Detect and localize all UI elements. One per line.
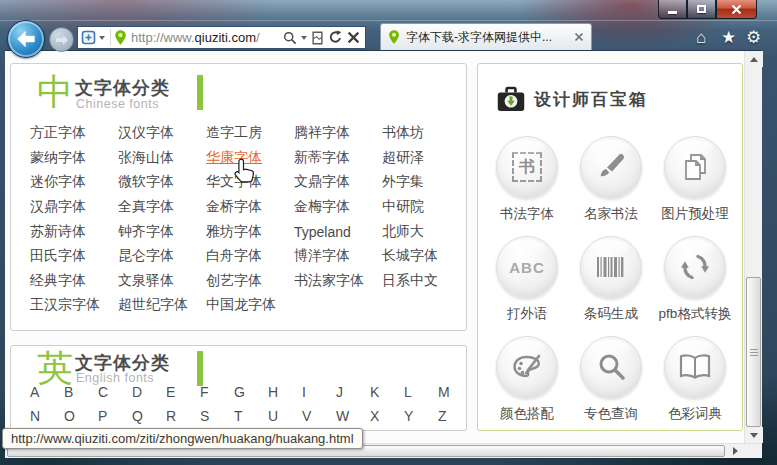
font-category-link[interactable]: 汉鼎字体 bbox=[30, 198, 118, 216]
font-category-link[interactable]: 汉仪字体 bbox=[118, 124, 206, 142]
url-text[interactable]: http://www.qiuziti.com/ bbox=[131, 30, 281, 45]
font-category-link[interactable]: 雅坊字体 bbox=[206, 223, 294, 241]
font-category-link[interactable]: Typeland bbox=[294, 224, 382, 240]
chinese-section-glyph: 中 bbox=[37, 72, 73, 112]
letter-link[interactable]: W bbox=[336, 408, 370, 424]
font-category-link[interactable]: 中研院 bbox=[382, 198, 470, 216]
letter-link[interactable]: J bbox=[336, 384, 370, 400]
letter-link[interactable]: R bbox=[166, 408, 200, 424]
toolbox-item-foreign-text[interactable]: ABC 打外语 bbox=[496, 236, 558, 323]
letter-link[interactable]: K bbox=[370, 384, 404, 400]
font-category-link[interactable]: 迷你字体 bbox=[30, 173, 118, 191]
vertical-scrollbar-thumb[interactable] bbox=[746, 277, 761, 427]
font-category-link[interactable]: 超世纪字体 bbox=[118, 296, 206, 314]
arrow-down-icon bbox=[750, 433, 758, 438]
font-category-link[interactable]: 新蒂字体 bbox=[294, 149, 382, 167]
font-category-link[interactable]: 金梅字体 bbox=[294, 198, 382, 216]
minimize-button[interactable] bbox=[658, 0, 687, 19]
tools-button[interactable]: ⚙ bbox=[746, 28, 761, 47]
letter-link[interactable]: T bbox=[234, 408, 268, 424]
font-category-link[interactable]: 腾祥字体 bbox=[294, 124, 382, 142]
letter-link[interactable]: E bbox=[166, 384, 200, 400]
font-category-link[interactable]: 方正字体 bbox=[30, 124, 118, 142]
letter-link[interactable]: O bbox=[64, 408, 98, 424]
toolbox-item-color-matching[interactable]: 颜色搭配 bbox=[496, 336, 558, 423]
font-category-link[interactable]: 外字集 bbox=[382, 173, 470, 191]
toolbox-item-pfb-converter[interactable]: pfb格式转换 bbox=[659, 236, 732, 323]
letter-link[interactable]: U bbox=[268, 408, 302, 424]
search-icon[interactable] bbox=[283, 31, 297, 45]
scroll-right-button[interactable] bbox=[727, 444, 743, 458]
chinese-font-links: 方正字体 汉仪字体 造字工房 腾祥字体 书体坊 蒙纳字体 张海山体 华康字体 新… bbox=[30, 121, 470, 318]
letter-link[interactable]: Y bbox=[404, 408, 438, 424]
font-category-link[interactable]: 昆仑字体 bbox=[118, 247, 206, 265]
font-category-link[interactable]: 田氏字体 bbox=[30, 247, 118, 265]
toolbox-item-label: 书法字体 bbox=[500, 205, 554, 223]
letter-link[interactable]: V bbox=[302, 408, 336, 424]
toolbox-item-barcode-generator[interactable]: 条码生成 bbox=[580, 236, 642, 323]
address-bar[interactable]: http://www.qiuziti.com/ bbox=[77, 26, 366, 49]
font-category-link[interactable]: 苏新诗体 bbox=[30, 223, 118, 241]
tab-close-button[interactable] bbox=[574, 32, 584, 42]
font-category-link[interactable]: 微软字体 bbox=[118, 173, 206, 191]
letter-link[interactable]: X bbox=[370, 408, 404, 424]
font-category-link[interactable]: 长城字体 bbox=[382, 247, 470, 265]
letter-link[interactable]: H bbox=[268, 384, 302, 400]
close-button[interactable] bbox=[716, 0, 757, 19]
font-category-link[interactable]: 钟齐字体 bbox=[118, 223, 206, 241]
search-dropdown-caret-icon[interactable] bbox=[301, 36, 307, 40]
home-button[interactable]: ⌂ bbox=[696, 28, 706, 47]
letter-link[interactable]: Q bbox=[132, 408, 166, 424]
letter-link[interactable]: B bbox=[64, 384, 98, 400]
scroll-down-button[interactable] bbox=[745, 427, 763, 443]
back-button[interactable] bbox=[7, 20, 45, 58]
letter-link[interactable]: D bbox=[132, 384, 166, 400]
letter-link[interactable]: C bbox=[98, 384, 132, 400]
font-category-link[interactable]: 中国龙字体 bbox=[206, 296, 294, 314]
maximize-button[interactable] bbox=[687, 0, 716, 19]
font-category-link[interactable]: 书法家字体 bbox=[294, 272, 382, 290]
font-category-link[interactable]: 北师大 bbox=[382, 223, 470, 241]
letter-link[interactable]: Z bbox=[438, 408, 472, 424]
font-category-link[interactable]: 经典字体 bbox=[30, 272, 118, 290]
add-favorite-plus-icon[interactable] bbox=[81, 30, 97, 46]
font-category-link[interactable]: 王汉宗字体 bbox=[30, 296, 118, 314]
font-category-link[interactable]: 蒙纳字体 bbox=[30, 149, 118, 167]
stop-button[interactable] bbox=[347, 31, 360, 44]
toolbox-item-master-calligraphy[interactable]: 名家书法 bbox=[580, 136, 642, 223]
font-category-link[interactable]: 博洋字体 bbox=[294, 247, 382, 265]
refresh-button[interactable] bbox=[328, 30, 343, 45]
toolbox-item-image-preprocess[interactable]: 图片预处理 bbox=[661, 136, 729, 223]
favorites-button[interactable]: ★ bbox=[721, 28, 736, 47]
letter-link[interactable]: S bbox=[200, 408, 234, 424]
font-category-link[interactable]: 创艺字体 bbox=[206, 272, 294, 290]
letter-link[interactable]: L bbox=[404, 384, 438, 400]
letter-link[interactable]: M bbox=[438, 384, 472, 400]
font-category-link[interactable]: 文鼎字体 bbox=[294, 173, 382, 191]
scroll-up-button[interactable] bbox=[745, 51, 763, 67]
font-category-link[interactable]: 张海山体 bbox=[118, 149, 206, 167]
font-category-link[interactable]: 日系中文 bbox=[382, 272, 470, 290]
letter-link[interactable]: G bbox=[234, 384, 268, 400]
letter-link[interactable]: P bbox=[98, 408, 132, 424]
toolbox-item-calligraphy-fonts[interactable]: 书 书法字体 bbox=[496, 136, 558, 223]
vertical-scrollbar[interactable] bbox=[744, 51, 762, 443]
forward-button[interactable] bbox=[49, 27, 74, 52]
font-category-link[interactable]: 全真字体 bbox=[118, 198, 206, 216]
compatibility-view-icon[interactable] bbox=[311, 31, 324, 45]
letter-link[interactable]: I bbox=[302, 384, 336, 400]
letter-link[interactable]: A bbox=[30, 384, 64, 400]
toolbox-item-spot-color-lookup[interactable]: 专色查询 bbox=[580, 336, 642, 423]
font-category-link[interactable]: 文泉驿体 bbox=[118, 272, 206, 290]
browser-tab[interactable]: 字体下载-求字体网提供中... bbox=[380, 23, 592, 50]
font-category-link[interactable]: 白舟字体 bbox=[206, 247, 294, 265]
add-favorite-caret-icon[interactable] bbox=[99, 36, 105, 40]
letter-link[interactable]: F bbox=[200, 384, 234, 400]
toolbox-item-color-dictionary[interactable]: 色彩词典 bbox=[664, 336, 726, 423]
font-category-link[interactable]: 书体坊 bbox=[382, 124, 470, 142]
letter-link[interactable]: N bbox=[30, 408, 64, 424]
font-category-link[interactable]: 造字工房 bbox=[206, 124, 294, 142]
brush-icon bbox=[580, 136, 642, 198]
font-category-link[interactable]: 金桥字体 bbox=[206, 198, 294, 216]
font-category-link[interactable]: 超研泽 bbox=[382, 149, 470, 167]
